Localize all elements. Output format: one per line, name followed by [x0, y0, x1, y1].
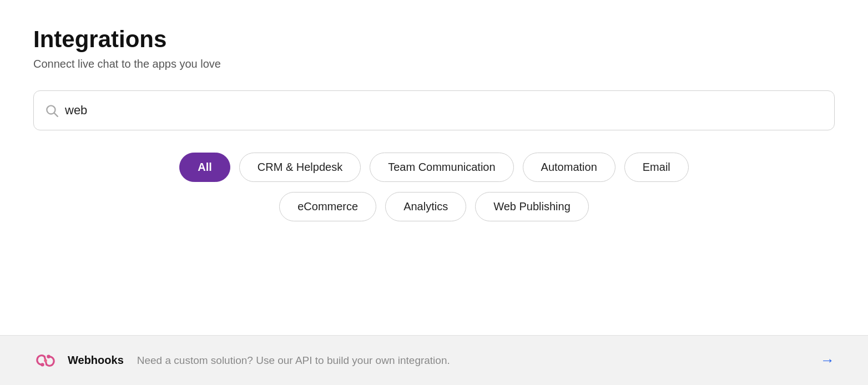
filter-team-communication[interactable]: Team Communication — [370, 153, 513, 182]
filter-crm-helpdesk[interactable]: CRM & Helpdesk — [239, 153, 361, 182]
svg-point-2 — [41, 363, 44, 366]
filter-analytics[interactable]: Analytics — [385, 192, 466, 221]
page-title: Integrations — [33, 27, 835, 52]
filter-email[interactable]: Email — [624, 153, 689, 182]
search-icon — [44, 103, 59, 118]
main-content: Integrations Connect live chat to the ap… — [0, 0, 868, 335]
webhooks-description: Need a custom solution? Use our API to b… — [137, 354, 810, 367]
filter-row-2: eCommerce Analytics Web Publishing — [279, 192, 589, 221]
filter-ecommerce[interactable]: eCommerce — [279, 192, 376, 221]
webhooks-arrow[interactable]: → — [820, 352, 835, 369]
webhooks-label: Webhooks — [68, 354, 124, 367]
svg-point-4 — [44, 359, 47, 362]
webhooks-icon — [33, 348, 58, 373]
filter-all[interactable]: All — [179, 153, 230, 182]
footer-bar: Webhooks Need a custom solution? Use our… — [0, 335, 868, 385]
svg-line-1 — [54, 113, 58, 116]
filter-section: All CRM & Helpdesk Team Communication Au… — [33, 153, 835, 221]
search-input[interactable] — [33, 90, 835, 130]
search-container — [33, 90, 835, 130]
page-subtitle: Connect live chat to the apps you love — [33, 58, 835, 70]
filter-web-publishing[interactable]: Web Publishing — [475, 192, 589, 221]
svg-point-3 — [47, 354, 50, 358]
filter-row-1: All CRM & Helpdesk Team Communication Au… — [179, 153, 689, 182]
filter-automation[interactable]: Automation — [523, 153, 615, 182]
